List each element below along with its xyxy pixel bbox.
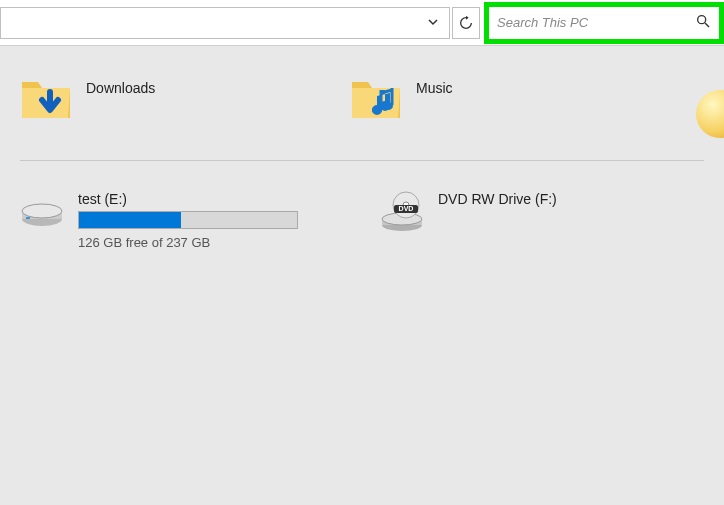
svg-point-0 [698,16,706,24]
section-divider [20,160,704,161]
drive-info: DVD RW Drive (F:) [438,191,557,207]
svg-line-1 [705,23,709,27]
search-input[interactable] [497,15,695,30]
drive-usage-bar [78,211,298,229]
svg-rect-8 [26,217,30,219]
downloads-folder-icon [20,76,72,120]
drive-dvd-f[interactable]: DVD DVD RW Drive (F:) [380,191,557,250]
refresh-icon [458,15,474,31]
folder-label: Music [416,76,453,96]
search-icon[interactable] [695,13,711,32]
folder-downloads[interactable]: Downloads [20,76,290,120]
drive-name: test (E:) [78,191,298,207]
refresh-button[interactable] [452,7,480,39]
drive-usage-fill [79,212,181,228]
folders-row: Downloads Music [20,76,704,120]
svg-text:DVD: DVD [399,205,414,212]
drive-test-e[interactable]: test (E:) 126 GB free of 237 GB [20,191,320,250]
address-bar[interactable] [0,7,450,39]
drive-free-text: 126 GB free of 237 GB [78,235,298,250]
content-area: Downloads Music [0,46,724,320]
search-box[interactable] [489,7,719,39]
search-highlight [484,2,724,44]
folder-label: Downloads [86,76,155,96]
music-folder-icon [350,76,402,120]
folder-music[interactable]: Music [350,76,620,120]
drives-row: test (E:) 126 GB free of 237 GB DVD [20,191,704,250]
hard-drive-icon [20,191,64,231]
chevron-down-icon[interactable] [423,14,443,32]
drive-name: DVD RW Drive (F:) [438,191,557,207]
drive-info: test (E:) 126 GB free of 237 GB [78,191,298,250]
toolbar [0,0,724,46]
dvd-drive-icon: DVD [380,191,424,235]
